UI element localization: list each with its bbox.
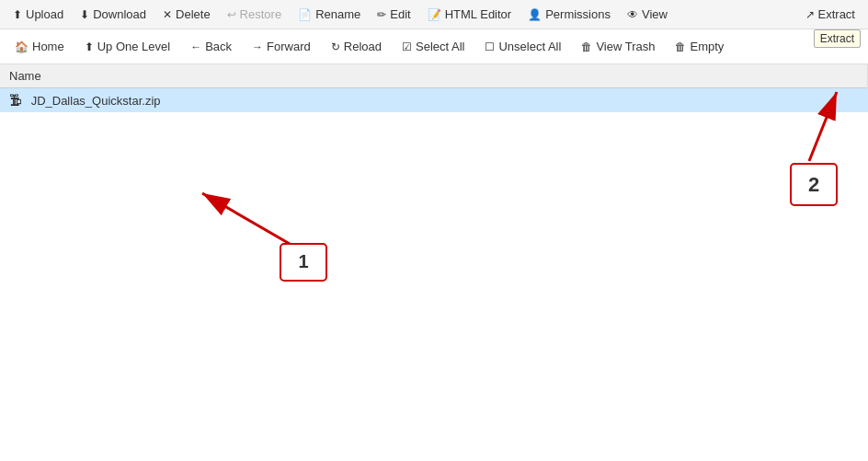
rename-button[interactable]: 📄 Rename: [291, 5, 368, 24]
download-icon: ⬇: [80, 8, 89, 21]
up-icon: ⬆: [85, 40, 94, 53]
restore-button[interactable]: ↩ Restore: [220, 5, 290, 24]
main-content: Name 🗜 JD_Dallas_Quickstar.zip 1: [0, 64, 868, 112]
view-trash-icon: 🗑: [581, 40, 592, 53]
file-list: Name 🗜 JD_Dallas_Quickstar.zip: [0, 64, 868, 112]
svg-line-1: [202, 193, 290, 244]
svg-rect-5: [791, 164, 837, 205]
html-editor-button[interactable]: 📝 HTML Editor: [420, 5, 519, 24]
extract-button[interactable]: ↗ Extract: [798, 5, 862, 24]
unselect-all-button[interactable]: ☐ Unselect All: [475, 36, 570, 57]
view-trash-button[interactable]: 🗑 View Trash: [572, 36, 664, 57]
select-all-icon: ☑: [402, 40, 412, 53]
extract-tooltip: Extract: [814, 29, 861, 48]
up-one-level-button[interactable]: ⬆ Up One Level: [75, 36, 180, 57]
html-editor-icon: 📝: [428, 8, 441, 21]
permissions-icon: 👤: [528, 8, 542, 21]
back-icon: ←: [190, 40, 201, 53]
annotations-overlay: 1 2: [0, 64, 868, 461]
file-name-cell: 🗜 JD_Dallas_Quickstar.zip: [0, 88, 868, 113]
edit-icon: ✏: [377, 8, 386, 21]
extract-icon: ↗: [805, 8, 815, 21]
nav-toolbar: 🏠 Home ⬆ Up One Level ← Back → Forward ↻…: [0, 29, 868, 64]
empty-icon: 🗑: [675, 40, 686, 53]
name-column-header: Name: [0, 64, 868, 88]
delete-button[interactable]: ✕ Delete: [155, 5, 218, 24]
forward-button[interactable]: → Forward: [243, 36, 320, 57]
main-toolbar: ⬆ Upload ⬇ Download ✕ Delete ↩ Restore 📄…: [0, 0, 868, 29]
unselect-all-icon: ☐: [485, 40, 495, 53]
delete-icon: ✕: [163, 8, 172, 21]
view-icon: 👁: [627, 8, 638, 21]
forward-icon: →: [252, 40, 263, 53]
rename-icon: 📄: [298, 8, 312, 21]
home-icon: 🏠: [15, 40, 29, 53]
restore-icon: ↩: [227, 8, 236, 21]
empty-button[interactable]: 🗑 Empty: [666, 36, 733, 57]
table-header-row: Name: [0, 64, 868, 88]
home-button[interactable]: 🏠 Home: [6, 36, 74, 57]
back-button[interactable]: ← Back: [181, 36, 241, 57]
table-row[interactable]: 🗜 JD_Dallas_Quickstar.zip: [0, 88, 868, 113]
svg-text:2: 2: [808, 173, 819, 196]
upload-button[interactable]: ⬆ Upload: [6, 5, 71, 24]
edit-button[interactable]: ✏ Edit: [370, 5, 417, 24]
view-button[interactable]: 👁 View: [620, 5, 675, 24]
reload-button[interactable]: ↻ Reload: [322, 36, 391, 57]
svg-rect-2: [280, 244, 326, 281]
reload-icon: ↻: [331, 40, 340, 53]
download-button[interactable]: ⬇ Download: [73, 5, 154, 24]
select-all-button[interactable]: ☑ Select All: [393, 36, 474, 57]
zip-file-icon: 🗜: [9, 93, 22, 108]
permissions-button[interactable]: 👤 Permissions: [520, 5, 618, 24]
svg-text:1: 1: [298, 251, 308, 271]
upload-icon: ⬆: [13, 8, 22, 21]
